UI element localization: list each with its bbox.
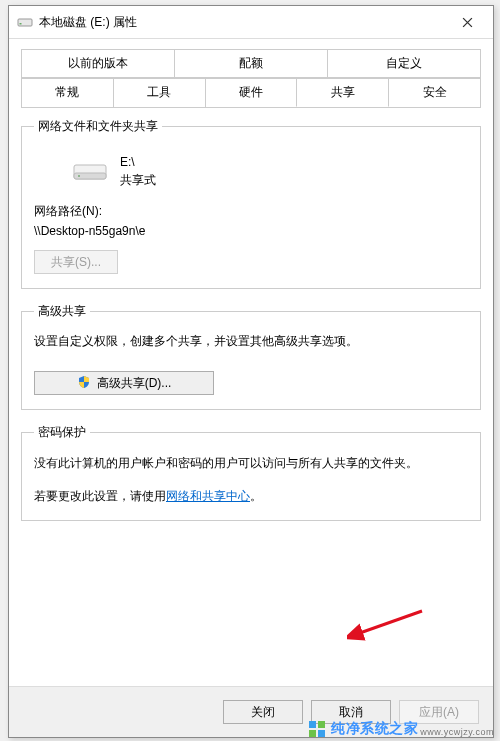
password-text-1: 没有此计算机的用户帐户和密码的用户可以访问与所有人共享的文件夹。 (34, 453, 468, 473)
properties-dialog: 本地磁盘 (E:) 属性 以前的版本 配额 自定义 常规 工具 硬件 共享 安全… (8, 5, 494, 738)
password-text-2-post: 。 (250, 489, 262, 503)
tab-security[interactable]: 安全 (388, 78, 481, 107)
advanced-share-button[interactable]: 高级共享(D)... (34, 371, 214, 395)
advanced-share-text: 设置自定义权限，创建多个共享，并设置其他高级共享选项。 (34, 332, 468, 351)
svg-rect-0 (18, 19, 32, 26)
tab-general[interactable]: 常规 (21, 78, 114, 107)
drive-icon (17, 14, 33, 30)
close-dialog-button[interactable]: 关闭 (223, 700, 303, 724)
watermark: 纯净系统之家 www.ycwjzy.com (307, 719, 494, 739)
drive-large-icon (72, 159, 108, 183)
titlebar: 本地磁盘 (E:) 属性 (9, 6, 493, 39)
watermark-logo-icon (307, 719, 327, 739)
group-advanced-share-legend: 高级共享 (34, 303, 90, 320)
share-button[interactable]: 共享(S)... (34, 250, 118, 274)
svg-rect-1 (20, 23, 22, 25)
close-button[interactable] (445, 7, 489, 37)
tab-previous-versions[interactable]: 以前的版本 (21, 49, 175, 78)
tabs: 以前的版本 配额 自定义 常规 工具 硬件 共享 安全 (9, 39, 493, 108)
group-network-share-legend: 网络文件和文件夹共享 (34, 118, 162, 135)
group-advanced-share: 高级共享 设置自定义权限，创建多个共享，并设置其他高级共享选项。 高级共享(D)… (21, 303, 481, 410)
window-title: 本地磁盘 (E:) 属性 (39, 14, 445, 31)
svg-line-5 (357, 611, 422, 634)
svg-rect-8 (309, 730, 316, 737)
tab-customize[interactable]: 自定义 (327, 49, 481, 78)
group-password-legend: 密码保护 (34, 424, 90, 441)
tab-row-1: 以前的版本 配额 自定义 (21, 49, 481, 79)
network-sharing-center-link[interactable]: 网络和共享中心 (166, 489, 250, 503)
group-password: 密码保护 没有此计算机的用户帐户和密码的用户可以访问与所有人共享的文件夹。 若要… (21, 424, 481, 521)
svg-rect-9 (318, 730, 325, 737)
drive-path: E:\ (120, 153, 156, 171)
tab-row-2: 常规 工具 硬件 共享 安全 (21, 78, 481, 108)
shield-icon (77, 375, 91, 392)
watermark-url: www.ycwjzy.com (420, 727, 494, 737)
svg-rect-7 (318, 721, 325, 728)
tab-hardware[interactable]: 硬件 (205, 78, 298, 107)
tab-sharing[interactable]: 共享 (296, 78, 389, 107)
red-arrow-annotation (347, 606, 427, 646)
password-text-2-pre: 若要更改此设置，请使用 (34, 489, 166, 503)
group-network-share: 网络文件和文件夹共享 E:\ 共享式 网络路径(N): \\Desktop-n5… (21, 118, 481, 289)
svg-point-4 (78, 175, 80, 177)
watermark-brand: 纯净系统之家 (331, 720, 418, 738)
svg-rect-6 (309, 721, 316, 728)
tab-tools[interactable]: 工具 (113, 78, 206, 107)
network-path-value: \\Desktop-n55ga9n\e (34, 224, 468, 238)
network-path-label: 网络路径(N): (34, 203, 468, 220)
tab-content: 网络文件和文件夹共享 E:\ 共享式 网络路径(N): \\Desktop-n5… (9, 108, 493, 521)
advanced-share-button-label: 高级共享(D)... (97, 375, 172, 392)
password-text-2: 若要更改此设置，请使用网络和共享中心。 (34, 486, 468, 506)
drive-state: 共享式 (120, 171, 156, 189)
tab-quota[interactable]: 配额 (174, 49, 328, 78)
